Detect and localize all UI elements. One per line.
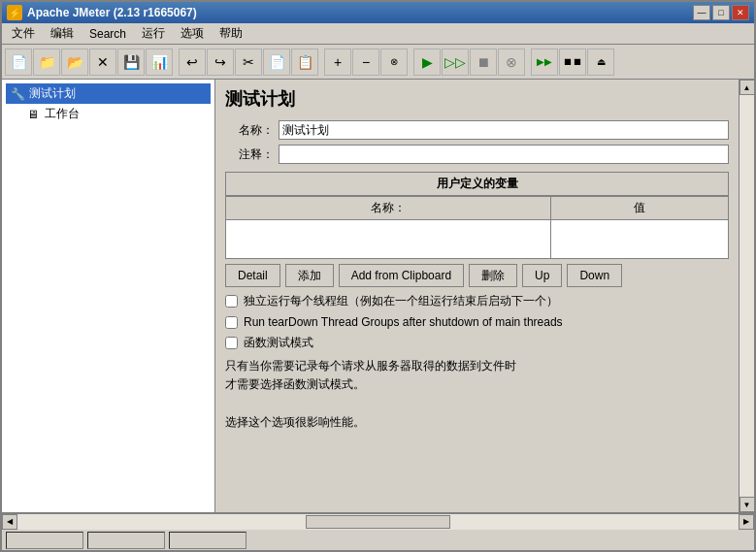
undo-button[interactable]: ↩ <box>179 49 206 76</box>
main-panel: 测试计划 名称： 注释： 用户定义的变量 名称： 值 <box>215 80 739 512</box>
variables-table: 名称： 值 <box>225 196 729 259</box>
content-area: 🔧 测试计划 🖥 工作台 测试计划 名称： 注释： 用户定义的变量 <box>2 80 754 512</box>
name-label: 名称： <box>225 122 274 139</box>
col-header-value: 值 <box>550 197 728 220</box>
table-cell-value[interactable] <box>550 220 728 259</box>
copy-button[interactable]: 📄 <box>263 49 290 76</box>
scroll-right-button[interactable]: ▶ <box>739 514 754 530</box>
scroll-track[interactable] <box>740 95 755 497</box>
vertical-scrollbar: ▲ ▼ <box>739 80 754 512</box>
save-button[interactable]: 💾 <box>117 49 145 76</box>
close-plan-button[interactable]: ✕ <box>89 49 116 76</box>
save-as-button[interactable]: 📊 <box>146 49 173 76</box>
scroll-down-button[interactable]: ▼ <box>740 497 755 512</box>
remove-button[interactable]: − <box>352 49 379 76</box>
checkbox-label-2: Run tearDown Thread Groups after shutdow… <box>244 315 563 329</box>
status-segment-3 <box>169 532 247 549</box>
sidebar-item-workbench[interactable]: 🖥 工作台 <box>6 104 211 124</box>
workbench-icon: 🖥 <box>25 107 41 122</box>
main-with-scroll: 测试计划 名称： 注释： 用户定义的变量 名称： 值 <box>215 80 754 512</box>
comment-row: 注释： <box>225 145 729 164</box>
checkbox-functional[interactable] <box>225 337 238 349</box>
comment-input[interactable] <box>279 145 729 164</box>
stop-button[interactable]: ⏹ <box>470 49 497 76</box>
shutdown-button[interactable]: ⊗ <box>498 49 525 76</box>
scroll-left-button[interactable]: ◀ <box>2 514 17 530</box>
add-clipboard-button[interactable]: Add from Clipboard <box>339 264 464 287</box>
description-text: 只有当你需要记录每个请求从服务器取得的数据到文件时才需要选择函数测试模式。选择这… <box>225 357 729 432</box>
checkbox-row-1: 独立运行每个线程组（例如在一个组运行结束后启动下一个） <box>225 293 729 309</box>
horizontal-scrollbar: ◀ ▶ <box>2 513 754 529</box>
remote-stop-button[interactable]: ⏹⏹ <box>559 49 586 76</box>
run-button[interactable]: ▶ <box>413 49 441 76</box>
detail-button[interactable]: Detail <box>225 264 280 287</box>
open-button[interactable]: 📂 <box>61 49 88 76</box>
table-cell-name[interactable] <box>226 220 551 259</box>
comment-label: 注释： <box>225 146 274 163</box>
run-no-pause-button[interactable]: ▷▷ <box>442 49 469 76</box>
main-window: ⚡ Apache JMeter (2.13 r1665067) — □ ✕ 文件… <box>0 0 756 552</box>
add-button[interactable]: + <box>324 49 351 76</box>
title-bar-controls: — □ ✕ <box>693 5 749 20</box>
add-var-button[interactable]: 添加 <box>285 264 334 287</box>
sidebar: 🔧 测试计划 🖥 工作台 <box>2 80 215 512</box>
table-row <box>226 220 729 259</box>
h-scroll-thumb[interactable] <box>306 515 450 529</box>
status-segment-1 <box>6 532 83 549</box>
remote-start-button[interactable]: ▶▶ <box>531 49 558 76</box>
h-scroll-track[interactable] <box>17 514 739 530</box>
menu-file[interactable]: 文件 <box>4 23 43 44</box>
checkbox-row-2: Run tearDown Thread Groups after shutdow… <box>225 315 729 329</box>
panel-title: 测试计划 <box>225 87 729 111</box>
down-button[interactable]: Down <box>567 264 622 287</box>
new-button[interactable]: 📄 <box>5 49 32 76</box>
maximize-button[interactable]: □ <box>712 5 730 20</box>
name-row: 名称： <box>225 120 729 140</box>
title-bar-left: ⚡ Apache JMeter (2.13 r1665067) <box>7 5 197 20</box>
menu-bar: 文件 编辑 Search 运行 选项 帮助 <box>2 23 754 45</box>
toolbar: 📄 📁 📂 ✕ 💾 📊 ↩ ↪ ✂ 📄 📋 + − ⊗ ▶ ▷▷ ⏹ ⊗ ▶▶ … <box>2 45 754 80</box>
window-title: Apache JMeter (2.13 r1665067) <box>27 6 197 19</box>
menu-search[interactable]: Search <box>82 25 134 43</box>
testplan-icon: 🔧 <box>10 86 25 102</box>
checkbox-run-separate[interactable] <box>225 295 238 308</box>
up-button[interactable]: Up <box>522 264 562 287</box>
checkbox-row-3: 函数测试模式 <box>225 335 729 351</box>
checkbox-teardown[interactable] <box>225 316 238 329</box>
title-bar: ⚡ Apache JMeter (2.13 r1665067) — □ ✕ <box>2 2 754 23</box>
remote-exit-button[interactable]: ⏏ <box>587 49 614 76</box>
status-segment-2 <box>87 532 165 549</box>
col-header-name: 名称： <box>226 197 551 220</box>
checkbox-label-1: 独立运行每个线程组（例如在一个组运行结束后启动下一个） <box>244 293 558 309</box>
status-bar <box>2 529 754 550</box>
menu-run[interactable]: 运行 <box>134 23 173 44</box>
checkbox-label-3: 函数测试模式 <box>244 335 313 351</box>
redo-button[interactable]: ↪ <box>207 49 234 76</box>
menu-edit[interactable]: 编辑 <box>43 23 82 44</box>
sidebar-item-testplan[interactable]: 🔧 测试计划 <box>6 83 211 104</box>
action-buttons: Detail 添加 Add from Clipboard 删除 Up Down <box>225 264 729 287</box>
menu-options[interactable]: 选项 <box>173 23 212 44</box>
menu-help[interactable]: 帮助 <box>212 23 250 44</box>
close-button[interactable]: ✕ <box>732 5 749 20</box>
app-icon: ⚡ <box>7 5 22 20</box>
delete-button[interactable]: 删除 <box>469 264 517 287</box>
variables-section-title: 用户定义的变量 <box>225 172 729 196</box>
clear-all-button[interactable]: ⊗ <box>380 49 408 76</box>
scroll-up-button[interactable]: ▲ <box>740 80 755 95</box>
cut-button[interactable]: ✂ <box>235 49 262 76</box>
sidebar-workbench-label: 工作台 <box>45 106 80 122</box>
sidebar-testplan-label: 测试计划 <box>29 85 76 102</box>
minimize-button[interactable]: — <box>693 5 710 20</box>
name-input[interactable] <box>279 120 729 140</box>
open-templates-button[interactable]: 📁 <box>33 49 60 76</box>
paste-button[interactable]: 📋 <box>291 49 318 76</box>
